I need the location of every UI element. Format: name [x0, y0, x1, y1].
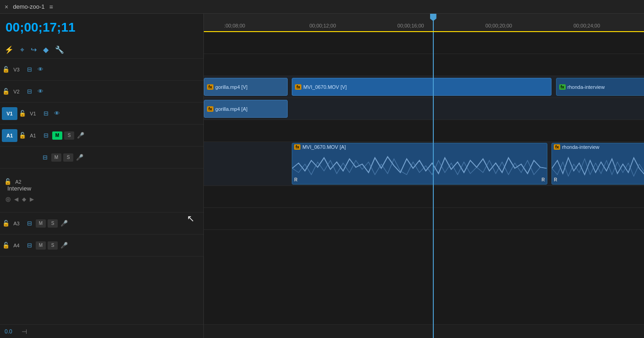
lock-icon-v2[interactable]: 🔓 — [2, 88, 10, 95]
tl-track-a4[interactable] — [204, 208, 644, 230]
eye-icon-v1[interactable]: 👁 — [52, 110, 61, 117]
keyframe-dial[interactable]: ◎ — [5, 196, 11, 202]
track-header-a3: 🔓 A3 ⊟ M S 🎤 — [0, 213, 203, 234]
menu-icon[interactable]: ≡ — [49, 3, 53, 11]
mic-icon-a4[interactable]: 🎤 — [60, 242, 69, 249]
keyframe-next[interactable]: ▶ — [30, 196, 34, 202]
track-name-a1: A1 — [27, 133, 39, 138]
track-header-v1: V1 🔓 V1 ⊟ 👁 — [0, 103, 203, 125]
track-header-a4: 🔓 A4 ⊟ M S 🎤 — [0, 234, 203, 256]
ruler-label-12: 00;00;12;00 — [309, 23, 336, 28]
m-button-a3[interactable]: M — [36, 219, 46, 228]
track-header-a1b: ⊟ M S 🎤 — [0, 147, 203, 169]
settings-icon[interactable]: 🔧 — [55, 45, 64, 54]
ruler-label-8: :00;08;00 — [224, 23, 245, 28]
track-select-icon[interactable]: ⌖ — [20, 46, 24, 54]
waveform-mvi-a — [292, 153, 546, 184]
clip-gorilla-a[interactable]: fx gorilla.mp4 [A] — [204, 100, 288, 118]
track-controls-v3: ⊟ 👁 — [25, 66, 45, 73]
timecode-area: 00;00;17;11 — [0, 14, 203, 41]
tl-track-a1b[interactable] — [204, 120, 644, 142]
nav-end-icon[interactable]: ⊣ — [22, 328, 27, 335]
timeline-ruler[interactable]: :00;08;00 00;00;12;00 00;00;16;00 00;00;… — [204, 14, 644, 32]
track-header-a1: A1 🔓 A1 ⊟ M S 🎤 — [0, 125, 203, 147]
clip-label-rhonda-v: rhonda-interview — [568, 84, 605, 90]
clip-fx-badge-rhonda-a: fx — [554, 144, 560, 150]
bottom-bar-left: 0.0 ⊣ — [0, 324, 203, 338]
mic-icon-a1[interactable]: 🎤 — [76, 132, 85, 139]
keyframe-prev[interactable]: ◀ — [14, 196, 18, 202]
lock-icon-a1[interactable]: 🔓 — [18, 132, 27, 139]
lock-icon-a2[interactable]: 🔓 — [4, 178, 12, 185]
eye-icon-v3[interactable]: 👁 — [36, 66, 45, 73]
lock-icon-a3[interactable]: 🔓 — [2, 220, 10, 227]
m-button-a1b[interactable]: M — [51, 153, 61, 162]
project-title: demo-zoo-1 — [13, 3, 44, 10]
eye-icon-v2[interactable]: 👁 — [36, 88, 45, 95]
snap-tool-icon[interactable]: ⚡ — [5, 45, 14, 54]
s-button-a4[interactable]: S — [48, 241, 58, 250]
sync-icon-a1[interactable]: ⊟ — [41, 132, 50, 139]
tl-track-a2[interactable]: fx MVI_0670.MOV [A] R R fx rhonda-interv — [204, 142, 644, 186]
track-name-a4: A4 — [10, 243, 23, 248]
track-controls-a1: ⊟ M S 🎤 — [41, 131, 85, 140]
clip-fx-badge-gorilla-a: fx — [207, 106, 213, 112]
top-bar: × demo-zoo-1 ≡ — [0, 0, 644, 14]
marker-icon[interactable]: ◆ — [43, 45, 49, 54]
clip-fx-badge-mvi-v: fx — [295, 84, 301, 90]
sync-icon-a1b[interactable]: ⊟ — [40, 154, 49, 161]
bottom-value: 0.0 — [5, 328, 12, 335]
sync-icon-a3[interactable]: ⊟ — [25, 220, 34, 227]
tl-track-v2[interactable] — [204, 54, 644, 76]
lock-icon-v1[interactable]: 🔓 — [18, 110, 27, 117]
r-marker-rhonda-a-left: R — [554, 177, 557, 182]
clip-label-gorilla-v: gorilla.mp4 [V] — [215, 84, 247, 90]
tl-track-v1[interactable]: fx gorilla.mp4 [V] fx MVI_0670.MOV [V] f… — [204, 76, 644, 98]
clip-label-mvi-v: MVI_0670.MOV [V] — [303, 84, 347, 90]
sync-icon-a4[interactable]: ⊟ — [25, 242, 34, 249]
tl-track-v3[interactable] — [204, 32, 644, 54]
track-header-v2: 🔓 V2 ⊟ 👁 — [0, 81, 203, 103]
track-headers: 🔓 V3 ⊟ 👁 🔓 V2 ⊟ 👁 V1 — [0, 59, 203, 338]
sync-icon-v2[interactable]: ⊟ — [25, 88, 34, 95]
track-controls-a3: ⊟ M S 🎤 — [25, 219, 69, 228]
clip-rhonda-v[interactable]: fx rhonda-interview — [556, 78, 644, 96]
mic-icon-a1b[interactable]: 🎤 — [75, 154, 84, 161]
keyframe-diamond[interactable]: ◆ — [22, 196, 26, 202]
clip-mvi-a[interactable]: fx MVI_0670.MOV [A] R R — [292, 143, 547, 185]
clip-rhonda-a[interactable]: fx rhonda-interview R R — [551, 143, 644, 185]
track-name-v1: V1 — [27, 111, 39, 116]
track-selector-a1[interactable]: A1 — [2, 129, 17, 142]
track-controls-a4: ⊟ M S 🎤 — [25, 241, 69, 250]
close-button[interactable]: × — [5, 3, 8, 11]
track-selector-v1[interactable]: V1 — [2, 107, 17, 120]
s-button-a1b[interactable]: S — [63, 153, 73, 162]
clip-fx-badge-rhonda-v: fx — [559, 84, 566, 90]
m-button-a4[interactable]: M — [36, 241, 46, 250]
lock-icon-v3[interactable]: 🔓 — [2, 66, 10, 73]
s-button-a1[interactable]: S — [64, 131, 74, 140]
tl-track-a3[interactable] — [204, 186, 644, 208]
clip-label-rhonda-a: rhonda-interview — [562, 144, 599, 150]
tl-track-a1[interactable]: fx gorilla.mp4 [A] — [204, 98, 644, 120]
track-controls-v1: ⊟ 👁 — [41, 110, 61, 117]
r-marker-mvi-a-right: R — [541, 177, 545, 182]
timeline-tracks: fx gorilla.mp4 [V] fx MVI_0670.MOV [V] f… — [204, 32, 644, 338]
sync-icon-v1[interactable]: ⊟ — [41, 110, 50, 117]
m-button-a1[interactable]: M — [52, 131, 62, 140]
track-controls-a1b: ⊟ M S 🎤 — [40, 153, 84, 162]
timecode-display: 00;00;17;11 — [5, 20, 76, 35]
ruler-label-24: 00;00;24;00 — [573, 23, 600, 28]
clip-gorilla-v[interactable]: fx gorilla.mp4 [V] — [204, 78, 288, 96]
timeline-area: :00;08;00 00;00;12;00 00;00;16;00 00;00;… — [204, 14, 644, 338]
insert-edit-icon[interactable]: ↪ — [31, 45, 37, 54]
mic-icon-a3[interactable]: 🎤 — [60, 220, 69, 227]
lock-icon-a4[interactable]: 🔓 — [2, 242, 10, 249]
s-button-a3[interactable]: S — [48, 219, 58, 228]
track-name-a2: A2 — [12, 179, 25, 185]
clip-mvi-v[interactable]: fx MVI_0670.MOV [V] — [292, 78, 551, 96]
sync-icon-v3[interactable]: ⊟ — [25, 66, 34, 73]
ruler-label-16: 00;00;16;00 — [398, 23, 424, 28]
interview-label: Interview — [7, 185, 31, 192]
track-name-v2: V2 — [10, 89, 23, 94]
